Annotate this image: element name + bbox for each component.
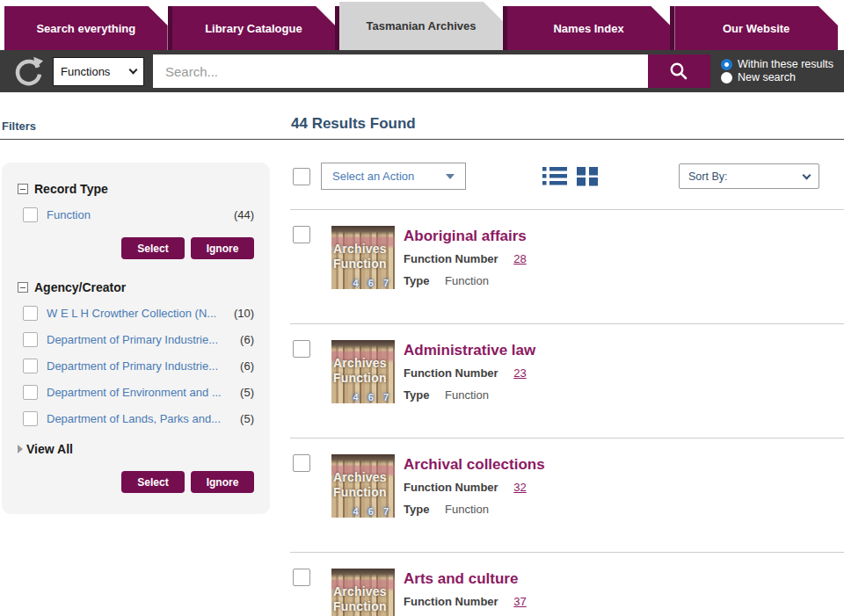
ignore-button[interactable]: Ignore — [191, 237, 254, 259]
top-tab-bar: Search everything Library Catalogue Tasm… — [0, 0, 844, 50]
tab-our-website[interactable]: Our Website — [674, 6, 838, 50]
filters-sidebar: Record Type Function (44) Select Ignore … — [0, 140, 290, 616]
type-value: Function — [445, 503, 489, 516]
function-number-label: Function Number — [404, 252, 498, 265]
facet-checkbox[interactable] — [23, 359, 38, 373]
ignore-button[interactable]: Ignore — [191, 471, 254, 493]
sort-by-label: Sort By: — [688, 170, 727, 183]
radio-selected-icon — [721, 59, 732, 70]
search-scope-radios: Within these results New search — [721, 58, 833, 84]
search-toolbar: Functions Within these results New searc… — [0, 50, 844, 92]
result-title-link[interactable]: Aboriginal affairs — [404, 228, 527, 245]
result-details: Archival collections Function Number 32 … — [404, 454, 545, 525]
facet-link[interactable]: Department of Environment and ... — [47, 386, 222, 399]
thumbnail-text: Archives — [333, 470, 387, 484]
facet-checkbox[interactable] — [23, 207, 38, 222]
search-icon — [668, 61, 689, 82]
result-thumbnail[interactable]: Archives Function 4 6 7 — [331, 340, 395, 403]
tab-search-everything[interactable]: Search everything — [4, 6, 168, 50]
facet-count: (6) — [235, 333, 254, 346]
function-number-link[interactable]: 37 — [513, 595, 526, 608]
facet-item-agency-2: Department of Primary Industrie... (6) — [23, 359, 254, 373]
result-checkbox[interactable] — [293, 569, 310, 586]
result-thumbnail[interactable]: Archives Function 4 6 7 — [331, 226, 395, 289]
thumbnail-text: Function — [333, 485, 387, 499]
facet-record-type-title: Record Type — [34, 182, 108, 196]
facet-item-agency-4: Department of Lands, Parks and... (5) — [23, 411, 254, 426]
collapse-icon[interactable] — [18, 282, 28, 293]
result-title-link[interactable]: Administrative law — [404, 342, 535, 359]
search-category-select[interactable]: Functions — [53, 57, 144, 86]
facet-checkbox[interactable] — [23, 385, 38, 400]
list-view-icon[interactable] — [542, 165, 568, 187]
radio-unselected-icon — [721, 72, 732, 83]
result-details: Aboriginal affairs Function Number 28 Ty… — [404, 226, 527, 296]
facet-item-agency-1: Department of Primary Industrie... (6) — [23, 332, 254, 347]
type-label: Type — [404, 503, 429, 516]
facet-count: (10) — [229, 307, 254, 320]
action-select[interactable]: Select an Action — [321, 163, 466, 190]
thumbnail-text: Function — [333, 257, 387, 271]
sort-by-select[interactable]: Sort By: — [679, 163, 819, 189]
function-number-link[interactable]: 28 — [513, 252, 526, 265]
function-number-label: Function Number — [404, 366, 498, 380]
function-number-label: Function Number — [404, 595, 498, 608]
radio-new-search[interactable]: New search — [721, 71, 833, 84]
search-field-group — [153, 54, 710, 88]
facet-checkbox[interactable] — [23, 411, 38, 426]
result-type: Type Function — [404, 274, 527, 287]
result-title-link[interactable]: Archival collections — [404, 456, 545, 474]
select-button[interactable]: Select — [121, 237, 185, 259]
facet-checkbox[interactable] — [23, 306, 38, 321]
chevron-down-icon — [803, 170, 811, 179]
refresh-icon[interactable] — [12, 55, 44, 87]
thumbnail-text: Function — [333, 599, 387, 613]
result-thumbnail[interactable]: Archives Function 4 6 7 — [331, 569, 395, 616]
search-button[interactable] — [648, 54, 710, 88]
result-details: Arts and culture Function Number 37 Type… — [404, 569, 527, 616]
grid-view-icon[interactable] — [576, 165, 599, 187]
tab-divider — [335, 6, 339, 50]
tab-divider — [670, 6, 674, 50]
tab-divider — [503, 6, 507, 50]
view-mode-icons — [542, 165, 599, 187]
facet-count: (5) — [235, 412, 254, 425]
search-category-value: Functions — [61, 65, 110, 78]
function-number-link[interactable]: 23 — [513, 366, 526, 380]
view-all-toggle[interactable]: View All — [18, 442, 254, 456]
facet-agency-header[interactable]: Agency/Creator — [18, 280, 254, 294]
tab-tasmanian-archives[interactable]: Tasmanian Archives — [339, 2, 503, 50]
result-checkbox[interactable] — [293, 454, 310, 472]
filters-heading: Filters — [0, 120, 291, 133]
function-number-link[interactable]: 32 — [513, 481, 526, 494]
radio-within-these-results[interactable]: Within these results — [721, 58, 833, 71]
tab-library-catalogue[interactable]: Library Catalogue — [172, 6, 336, 50]
thumbnail-text: Archives — [333, 356, 387, 370]
facet-checkbox[interactable] — [23, 332, 38, 347]
facet-link[interactable]: Department of Lands, Parks and... — [47, 412, 221, 425]
thumbnail-digits: 4 6 7 — [353, 506, 392, 517]
result-row-administrative-law: Archives Function 4 6 7 Administrative l… — [290, 324, 844, 438]
tab-names-index[interactable]: Names Index — [507, 6, 671, 50]
type-value: Function — [445, 388, 489, 402]
thumbnail-text: Function — [333, 371, 387, 385]
result-checkbox[interactable] — [293, 226, 310, 243]
result-row-aboriginal-affairs: Archives Function 4 6 7 Aboriginal affai… — [290, 210, 844, 324]
facet-count: (44) — [229, 208, 254, 221]
section-headings: Filters 44 Results Found — [0, 92, 844, 140]
facet-record-type-header[interactable]: Record Type — [18, 182, 254, 196]
facet-item-function: Function (44) — [23, 207, 254, 222]
facet-link[interactable]: W E L H Crowther Collection (N... — [47, 307, 216, 320]
facet-link[interactable]: Department of Primary Industrie... — [47, 333, 218, 346]
result-checkbox[interactable] — [293, 340, 310, 358]
result-title-link[interactable]: Arts and culture — [404, 570, 527, 588]
facet-link[interactable]: Department of Primary Industrie... — [47, 359, 218, 373]
collapse-icon[interactable] — [18, 184, 28, 194]
view-all-label: View All — [26, 442, 73, 456]
result-thumbnail[interactable]: Archives Function 4 6 7 — [331, 454, 395, 518]
triangle-right-icon — [18, 445, 23, 453]
select-button[interactable]: Select — [121, 471, 185, 493]
select-all-checkbox[interactable] — [293, 168, 310, 185]
search-input[interactable] — [153, 54, 648, 88]
facet-link-function[interactable]: Function — [47, 208, 91, 221]
